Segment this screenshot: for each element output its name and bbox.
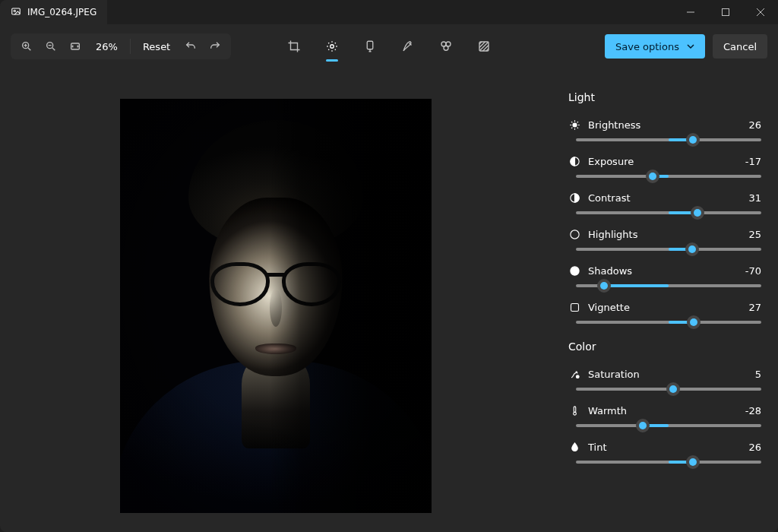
highlights-thumb[interactable]	[685, 242, 699, 256]
svg-point-18	[576, 375, 579, 378]
exposure-icon	[568, 155, 580, 167]
cancel-button[interactable]: Cancel	[713, 34, 767, 59]
brightness-thumb[interactable]	[686, 133, 700, 147]
zoom-percent-label[interactable]: 26%	[88, 35, 125, 58]
reset-button[interactable]: Reset	[135, 35, 178, 58]
canvas-area[interactable]	[0, 68, 552, 532]
svg-point-6	[330, 45, 334, 49]
highlights-track[interactable]	[576, 248, 761, 251]
photo-editor-window: IMG_0264.JPEG 26%	[0, 0, 778, 532]
contrast-slider: Contrast31	[568, 192, 761, 214]
filter-tool[interactable]	[359, 31, 381, 62]
svg-rect-19	[574, 406, 576, 412]
vignette-slider: Vignette27	[568, 301, 761, 324]
svg-point-20	[573, 412, 576, 415]
saturation-value: 5	[755, 369, 761, 380]
tint-icon	[568, 441, 580, 453]
light-section-title: Light	[568, 91, 761, 103]
zoom-group: 26% Reset	[11, 33, 231, 59]
minimize-button[interactable]	[673, 0, 708, 24]
vignette-thumb[interactable]	[687, 315, 701, 329]
shadows-thumb[interactable]	[597, 279, 611, 293]
warmth-slider: Warmth-28	[568, 404, 761, 427]
contrast-track[interactable]	[576, 211, 761, 214]
window-controls	[673, 0, 778, 24]
crop-tool[interactable]	[283, 31, 305, 62]
separator	[130, 39, 131, 54]
saturation-label: Saturation	[588, 369, 755, 380]
background-tool[interactable]	[473, 31, 495, 62]
brightness-track[interactable]	[576, 138, 761, 141]
svg-point-1	[14, 10, 15, 11]
warmth-value: -28	[745, 405, 761, 416]
brightness-value: 26	[748, 119, 761, 131]
adjustments-panel: Light Brightness26Exposure-17Contrast31H…	[552, 68, 778, 532]
main-area: Light Brightness26Exposure-17Contrast31H…	[0, 68, 778, 532]
svg-rect-17	[571, 303, 578, 311]
warmth-track[interactable]	[576, 424, 761, 427]
exposure-slider: Exposure-17	[568, 155, 761, 178]
warmth-label: Warmth	[588, 405, 745, 416]
save-label: Save options	[615, 41, 679, 52]
shadows-value: -70	[745, 265, 761, 277]
editor-toolbar: 26% Reset	[0, 24, 778, 68]
exposure-thumb[interactable]	[646, 169, 659, 183]
maximize-button[interactable]	[708, 0, 743, 24]
highlights-label: Highlights	[588, 229, 748, 240]
save-options-button[interactable]: Save options	[605, 34, 705, 59]
highlights-icon	[568, 228, 580, 240]
tint-value: 26	[748, 442, 761, 453]
retouch-tool[interactable]	[435, 31, 457, 62]
brightness-label: Brightness	[588, 119, 748, 131]
zoom-in-button[interactable]	[15, 35, 38, 58]
svg-point-16	[570, 266, 578, 274]
markup-tool[interactable]	[397, 31, 419, 62]
close-button[interactable]	[743, 0, 778, 24]
vignette-track[interactable]	[576, 321, 761, 324]
svg-rect-7	[367, 41, 373, 49]
warmth-thumb[interactable]	[636, 419, 650, 432]
highlights-value: 25	[748, 229, 761, 240]
cancel-label: Cancel	[723, 41, 757, 52]
redo-button[interactable]	[204, 35, 226, 58]
contrast-value: 31	[748, 192, 761, 204]
undo-button[interactable]	[179, 35, 202, 58]
contrast-icon	[568, 192, 580, 204]
svg-point-15	[570, 230, 578, 238]
shadows-slider: Shadows-70	[568, 264, 761, 287]
exposure-track[interactable]	[576, 175, 761, 178]
brightness-icon	[568, 119, 580, 131]
vignette-label: Vignette	[588, 302, 748, 313]
tint-slider: Tint26	[568, 441, 761, 464]
shadows-icon	[568, 264, 580, 277]
tint-track[interactable]	[576, 461, 761, 464]
contrast-label: Contrast	[588, 192, 748, 204]
tint-thumb[interactable]	[686, 455, 700, 469]
warmth-icon	[568, 404, 580, 416]
shadows-label: Shadows	[588, 265, 745, 277]
vignette-icon	[568, 301, 580, 313]
zoom-out-button[interactable]	[40, 35, 62, 58]
adjustment-tool[interactable]	[321, 31, 343, 62]
svg-rect-2	[723, 9, 729, 16]
vignette-value: 27	[748, 302, 761, 313]
saturation-track[interactable]	[576, 388, 761, 391]
saturation-thumb[interactable]	[666, 382, 680, 396]
shadows-track[interactable]	[576, 284, 761, 287]
color-section-title: Color	[568, 340, 761, 353]
fit-screen-button[interactable]	[64, 35, 87, 58]
saturation-icon	[568, 368, 580, 380]
tool-tabs	[283, 31, 495, 62]
file-tab[interactable]: IMG_0264.JPEG	[0, 0, 107, 24]
svg-point-10	[444, 46, 448, 50]
contrast-thumb[interactable]	[691, 206, 704, 220]
exposure-value: -17	[745, 156, 761, 167]
titlebar: IMG_0264.JPEG	[0, 0, 778, 24]
saturation-slider: Saturation5	[568, 368, 761, 391]
highlights-slider: Highlights25	[568, 228, 761, 251]
photo-app-icon	[11, 6, 21, 19]
chevron-down-icon	[687, 41, 694, 52]
tint-label: Tint	[588, 442, 748, 453]
exposure-label: Exposure	[588, 156, 745, 167]
photo-preview	[120, 99, 432, 513]
